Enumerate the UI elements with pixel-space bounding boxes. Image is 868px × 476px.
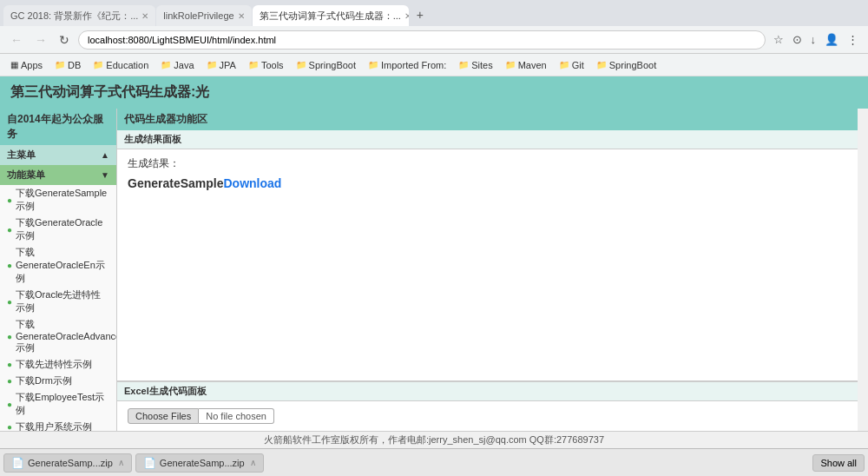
taskbar-item-0[interactable]: 📄 GenerateSamp...zip ∧ — [3, 453, 132, 473]
bookmark-maven[interactable]: 📁 Maven — [502, 59, 550, 71]
sidebar-public-service-header: 自2014年起为公众服务 — [0, 109, 116, 145]
star-icon[interactable]: ☆ — [771, 31, 786, 48]
bookmark-jpa[interactable]: 📁 JPA — [203, 59, 240, 71]
sidebar-item-label-0: 下载GenerateSample示例 — [16, 187, 109, 213]
sidebar-item-1[interactable]: ● 下载GenerateOracle示例 — [0, 215, 116, 244]
sidebar-item-label-5: 下载先进特性示例 — [16, 358, 92, 371]
bookmark-jpa-label: JPA — [220, 60, 236, 70]
back-button[interactable]: ← — [7, 31, 26, 49]
download-icon-3: ● — [7, 297, 12, 307]
apps-icon: ▦ — [10, 60, 18, 69]
sidebar-item-4[interactable]: ● 下载GenerateOracleAdvancedEn示例 — [0, 316, 116, 356]
bookmark-tools-label: Tools — [261, 60, 284, 70]
file-no-chosen-label: No file chosen — [199, 408, 274, 424]
sidebar-item-label-7: 下载EmployeeTest示例 — [16, 391, 109, 417]
main-content-header: 代码生成器功能区 — [117, 109, 858, 130]
main-section: 生成结果面板 生成结果： GenerateSampleDownload Exce… — [117, 130, 858, 431]
bookmark-maven-label: Maven — [518, 60, 547, 70]
java-folder-icon: 📁 — [161, 60, 171, 69]
new-tab-button[interactable]: + — [410, 4, 431, 25]
download-icon-5: ● — [7, 360, 12, 369]
taskbar-item-0-close[interactable]: ∧ — [118, 458, 124, 467]
result-section: 生成结果面板 生成结果： GenerateSampleDownload — [117, 130, 858, 381]
bookmark-sites[interactable]: 📁 Sites — [455, 59, 496, 71]
bookmark-apps[interactable]: ▦ Apps — [7, 59, 46, 71]
bookmark-springboot2-label: SpringBoot — [609, 60, 656, 70]
excel-section: Excel生成代码面板 Choose Files No file chosen — [117, 381, 858, 431]
bookmarks-bar: ▦ Apps 📁 DB 📁 Education 📁 Java 📁 JPA 📁 T… — [0, 54, 868, 76]
taskbar-item-1[interactable]: 📄 GenerateSamp...zip ∧ — [135, 453, 264, 473]
show-all-button[interactable]: Show all — [812, 454, 865, 472]
result-section-header-label: 生成结果面板 — [124, 134, 181, 144]
bookmark-sites-label: Sites — [471, 60, 492, 70]
tab-2[interactable]: linkRolePrivilege ✕ — [156, 5, 251, 26]
sites-folder-icon: 📁 — [458, 60, 469, 69]
sidebar-item-label-1: 下载GenerateOracle示例 — [16, 216, 109, 242]
bookmark-springboot1-label: SpringBoot — [309, 60, 356, 70]
sidebar-item-8[interactable]: ● 下载用户系统示例 — [0, 419, 116, 431]
history-icon[interactable]: ⊙ — [790, 31, 805, 48]
tab-3[interactable]: 第三代动词算子式代码生成器：... ✕ — [253, 5, 409, 26]
address-bar[interactable] — [78, 30, 766, 50]
bookmark-springboot2[interactable]: 📁 SpringBoot — [593, 59, 660, 71]
status-bar-text: 火箭船软件工作室版权所有，作者电邮:jerry_shen_sj@qq.com Q… — [264, 434, 604, 445]
main-content: 代码生成器功能区 生成结果面板 生成结果： GenerateSampleDown… — [117, 109, 858, 431]
result-link: GenerateSampleDownload — [128, 176, 847, 190]
taskbar-item-1-icon: 📄 — [143, 457, 156, 469]
download-link[interactable]: Download — [224, 176, 282, 190]
bookmark-imported-label: Imported From: — [381, 60, 446, 70]
sidebar: 自2014年起为公众服务 主菜单 ▲ 功能菜单 ▼ ● 下载GenerateSa… — [0, 109, 117, 431]
sidebar-item-3[interactable]: ● 下载Oracle先进特性示例 — [0, 287, 116, 316]
sidebar-item-label-4: 下载GenerateOracleAdvancedEn示例 — [16, 318, 116, 354]
tab-2-label: linkRolePrivilege — [163, 10, 233, 21]
tab-3-label: 第三代动词算子式代码生成器：... — [260, 10, 401, 23]
download-icon-2: ● — [7, 261, 12, 270]
taskbar-item-0-icon: 📄 — [11, 457, 24, 469]
sidebar-item-0[interactable]: ● 下载GenerateSample示例 — [0, 185, 116, 215]
taskbar-item-1-label: GenerateSamp...zip — [160, 458, 245, 468]
bookmark-tools[interactable]: 📁 Tools — [245, 59, 287, 71]
bookmark-education[interactable]: 📁 Education — [89, 59, 152, 71]
menu-icon[interactable]: ⋮ — [845, 31, 861, 48]
sidebar-item-7[interactable]: ● 下载EmployeeTest示例 — [0, 389, 116, 419]
taskbar-item-1-close[interactable]: ∧ — [250, 458, 256, 467]
excel-section-header-label: Excel生成代码面板 — [124, 386, 207, 396]
tab-1-label: GC 2018: 背景新作《纪元：... — [10, 10, 138, 23]
account-icon[interactable]: 👤 — [822, 31, 841, 48]
sidebar-function-menu-toggle[interactable]: ▼ — [101, 170, 109, 180]
scrollbar[interactable] — [858, 109, 868, 431]
sidebar-item-2[interactable]: ● 下载GenerateOracleEn示例 — [0, 244, 116, 287]
sidebar-item-label-6: 下载Drm示例 — [16, 374, 72, 387]
page-title: 第三代动词算子式代码生成器:光 — [10, 84, 209, 99]
sidebar-item-label-8: 下载用户系统示例 — [16, 420, 92, 431]
tab-1[interactable]: GC 2018: 背景新作《纪元：... ✕ — [3, 5, 155, 26]
sidebar-function-menu-label: 功能菜单 — [7, 169, 45, 182]
tab-1-close[interactable]: ✕ — [141, 11, 148, 21]
sidebar-main-menu-toggle[interactable]: ▲ — [101, 150, 109, 160]
sidebar-function-menu-header[interactable]: 功能菜单 ▼ — [0, 165, 116, 185]
sidebar-items: ● 下载GenerateSample示例 ● 下载GenerateOracle示… — [0, 185, 116, 431]
forward-button[interactable]: → — [31, 31, 50, 49]
sidebar-main-menu-label: 主菜单 — [7, 149, 36, 162]
bookmark-java[interactable]: 📁 Java — [157, 59, 197, 71]
excel-section-header: Excel生成代码面板 — [117, 381, 858, 401]
tab-3-close[interactable]: ✕ — [404, 11, 409, 21]
sidebar-item-5[interactable]: ● 下载先进特性示例 — [0, 356, 116, 373]
sidebar-item-6[interactable]: ● 下载Drm示例 — [0, 373, 116, 389]
download-icon-7: ● — [7, 400, 12, 409]
bookmark-apps-label: Apps — [21, 60, 43, 70]
sidebar-main-menu-header[interactable]: 主菜单 ▲ — [0, 145, 116, 165]
bookmark-springboot1[interactable]: 📁 SpringBoot — [293, 59, 359, 71]
nav-bar: ← → ↻ ☆ ⊙ ↓ 👤 ⋮ — [0, 26, 868, 54]
download-icon-0: ● — [7, 195, 12, 205]
imported-folder-icon: 📁 — [368, 60, 378, 69]
reload-button[interactable]: ↻ — [56, 31, 73, 49]
page-body: 自2014年起为公众服务 主菜单 ▲ 功能菜单 ▼ ● 下载GenerateSa… — [0, 109, 868, 431]
result-text: GenerateSample — [128, 176, 224, 190]
choose-files-button[interactable]: Choose Files — [128, 408, 199, 424]
download-icon[interactable]: ↓ — [808, 31, 819, 48]
tab-2-close[interactable]: ✕ — [238, 11, 245, 21]
bookmark-imported[interactable]: 📁 Imported From: — [365, 59, 450, 71]
bookmark-db[interactable]: 📁 DB — [51, 59, 84, 71]
bookmark-git[interactable]: 📁 Git — [556, 59, 588, 71]
